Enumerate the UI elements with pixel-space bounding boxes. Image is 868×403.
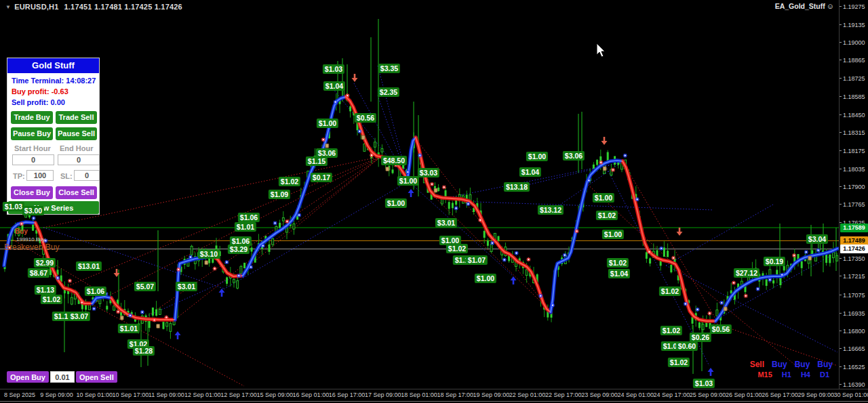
price-tick: 1.16525 [843,364,865,370]
profit-price-tag: $1.01 [235,222,256,232]
open-buy-button[interactable]: Open Buy [7,371,49,383]
time-tick-label: 26 Sep 01:00 [726,391,762,398]
time-tick-label: 10 Sep 01:00 [76,391,113,398]
time-tick-label: 23 Sep 09:00 [581,391,618,398]
profit-price-tag: $1.00 [475,274,496,283]
timeframe-label: M15 [757,370,772,379]
profit-price-tag: $1.00 [317,119,338,128]
price-badge: 1.17426 [840,245,868,253]
price-axis[interactable]: 1.192751.191351.190001.188651.187251.185… [839,0,868,389]
mouse-cursor [595,43,606,61]
profit-price-tag: $3.04 [806,234,828,244]
buy-arrow-icon [511,276,517,284]
buy-arrow-icon [708,368,714,376]
profit-price-tag: $3.03 [418,168,439,177]
price-tick: 1.18725 [843,75,865,82]
profit-price-tag: $1.06 [238,213,260,222]
profit-price-tag: $1.02 [279,177,300,186]
profit-price-tag: $0.26 [690,333,711,342]
time-tick-label: 22 Sep 17:00 [545,391,582,398]
price-tick: 1.16665 [843,345,865,352]
profit-price-tag: $1.02 [660,326,682,335]
signal-legend-row: SellBuyBuyBuy [750,360,833,369]
close-sell-button[interactable]: Close Sell [56,186,97,199]
trade-buy-button[interactable]: Trade Buy [11,111,53,124]
profit-price-tag: $1.00 [385,198,407,208]
pause-buy-button[interactable]: Pause Buy [11,127,53,140]
tp-label: TP: [13,172,25,180]
profit-price-tag: $1.1 [52,312,70,321]
start-hour-input[interactable] [12,154,54,165]
mt4-chart-window: $1.03$3.00$2.99$8.67$13.01$1.13$1.02$1.0… [0,0,868,403]
price-tick: 1.18450 [843,112,865,119]
open-sell-button[interactable]: Open Sell [76,371,117,383]
time-tick-label: 10 Sep 17:00 [113,391,149,398]
profit-price-tag: $1.00 [593,193,614,203]
profit-price-tag: $3.00 [22,206,44,215]
profit-price-tag: $1.03 [3,202,24,211]
close-buy-button[interactable]: Close Buy [11,186,53,199]
profit-price-tag: $8.67 [28,268,50,278]
price-tick: 1.16800 [843,328,865,335]
time-tick-label: 24 Sep 01:00 [617,391,654,398]
trade-sell-button[interactable]: Trade Sell [56,111,97,124]
time-tick-label: 19 Sep 09:00 [473,391,510,398]
price-tick: 1.18175 [843,148,865,154]
sell-arrow-icon [352,74,358,82]
lot-size-input[interactable] [50,371,75,383]
profit-price-tag: $5.07 [134,282,156,291]
time-tick-label: 17 Sep 09:00 [365,391,401,398]
timeframe-legend-row: M15H1H4D1 [757,370,829,379]
dropdown-triangle-icon[interactable]: ▼ [5,4,11,10]
profit-price-tag: $1.02 [607,258,629,268]
price-tick: 1.16390 [843,381,865,388]
profit-price-tag: $3.07 [68,312,90,321]
time-tick-label: 26 Sep 17:00 [762,391,798,398]
profit-price-tag: $3.10 [198,249,220,259]
timeframe-label: H4 [801,370,810,379]
signal-label: Buy [795,360,810,369]
profit-price-tag: $3.06 [563,151,585,161]
sl-input[interactable] [74,170,100,181]
profit-price-tag: $0.56 [710,324,732,334]
pause-sell-button[interactable]: Pause Sell [56,127,97,140]
sell-arrow-icon [677,228,683,236]
time-tick-label: 16 Sep 01:00 [293,391,330,398]
profit-price-tag: $0.19 [764,257,785,266]
time-tick-label: 15 Sep 09:00 [256,391,293,398]
profit-price-tag: $27.12 [734,268,760,278]
sl-label: SL: [60,172,73,180]
profit-price-tag: $1.04 [608,269,630,278]
time-tick-label: 12 Sep 17:00 [220,391,257,398]
sell-arrow-icon [601,137,608,145]
profit-price-tag: $3.01 [176,282,197,291]
profit-price-tag: $1.28 [133,346,155,356]
smiley-icon: ☺ [827,2,834,10]
signal-label: Sell [750,360,764,369]
buy-arrow-icon [408,189,414,197]
time-axis[interactable]: 8 Sep 20259 Sep 09:0010 Sep 01:0010 Sep … [0,389,868,401]
tp-input[interactable] [26,170,54,181]
ea-name-text: EA_Gold_Stuff [775,2,825,10]
price-tick: 1.18865 [843,57,865,64]
window-bottom-edge [0,401,868,402]
end-hour-input[interactable] [58,154,100,165]
profit-price-tag: $1.00 [397,176,419,186]
profit-price-tag: $1.04 [519,167,541,177]
price-tick: 1.18585 [843,93,865,100]
signal-label: Buy [817,360,833,369]
panel-title[interactable]: Gold Stuff [7,58,99,73]
price-tick: 1.17765 [843,201,865,208]
time-tick-label: 24 Sep 17:00 [654,391,690,398]
profit-price-tag: $1.02 [596,211,618,220]
price-badge: 1.17489 [840,236,868,245]
sell-profit: Sell profit: 0.00 [12,98,65,106]
time-tick-label: 29 Sep 09:00 [797,391,834,398]
price-tick: 1.19135 [843,22,865,28]
profit-price-tag: $2.35 [378,87,399,97]
profit-price-tag: $0.60 [676,341,698,351]
signal-label: Buy [772,360,787,369]
timeframe-label: D1 [820,370,829,379]
time-tick-label: 16 Sep 17:00 [329,391,366,398]
profit-price-tag: $1.00 [526,152,548,161]
